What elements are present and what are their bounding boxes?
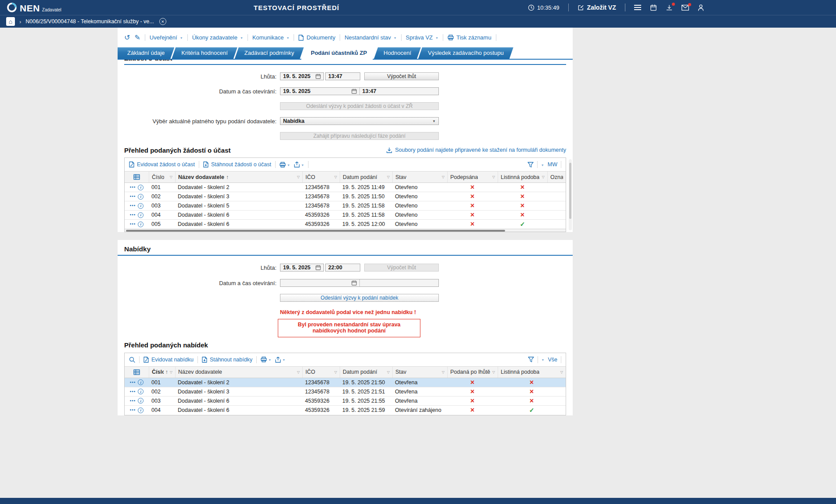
menu-tisk-zaznamu[interactable]: Tisk záznamu [448,34,492,41]
menu-komunikace[interactable]: Komunikace▼ [252,34,289,41]
info-icon[interactable]: i [138,379,144,385]
view-name[interactable]: MW [548,161,557,168]
tab-hodnoceni[interactable]: Hodnocení [374,47,421,59]
filter-caret-icon[interactable]: ▽ [442,175,445,179]
zahajit-pripravu-button[interactable]: Zahájit přípravu následující fáze podání [280,132,439,140]
zadost-row-4[interactable]: •••i 004 Dodavatel - školení 6 45359326 … [125,211,566,220]
evidovat-zadost-button[interactable]: Evidovat žádost o účast [129,161,195,168]
calendar-button[interactable] [650,4,657,11]
lhuta-time-input[interactable]: 22:00 [325,264,360,272]
col-ico[interactable]: IČO▽ [302,172,340,182]
columns-settings-button[interactable] [125,172,149,182]
col-datum-podani[interactable]: Datum podání▽ [340,172,392,182]
profile-button[interactable] [698,4,704,11]
col-nazev-dodavatele[interactable]: Název dodavatele▽ [175,367,302,378]
nabidka-row-2[interactable]: •••i 002 Dodavatel - školení 3 12345678 … [125,387,566,397]
info-icon[interactable]: i [138,407,144,413]
vypocet-lhut-button[interactable]: Výpočet lhůt [364,72,439,80]
calendar-icon[interactable] [352,89,357,94]
col-listinna-podoba[interactable]: Listinná podoba▽ [498,367,566,378]
search-button[interactable] [129,357,135,363]
col-podana-po-lhute[interactable]: Podaná po lhůtě▽ [447,367,498,378]
menu-sprava-vz[interactable]: Správa VZ▼ [406,34,438,41]
typ-podani-select[interactable]: Nabídka ▼ [280,117,439,125]
horizontal-scrollbar[interactable] [125,229,566,232]
export-table-button[interactable]: ▼ [275,357,285,363]
evidovat-nabidku-button[interactable]: Evidovat nabídku [144,357,194,363]
col-oznac[interactable]: Označ [547,172,566,182]
menu-dokumenty[interactable]: Dokumenty [298,34,335,41]
tab-zadavaci-podminky[interactable]: Zadávací podmínky [235,47,304,59]
col-cislo[interactable]: Číslo▽ [149,172,175,182]
nabidka-row-4[interactable]: •••i 004 Dodavatel - školení 6 45359326 … [125,406,566,415]
row-menu-icon[interactable]: ••• [130,194,136,199]
info-icon[interactable]: i [138,398,144,404]
row-menu-icon[interactable]: ••• [130,380,136,385]
home-button[interactable]: ⌂ [6,17,15,26]
nabidka-row-3[interactable]: •••i 003 Dodavatel - školení 6 45359326 … [125,397,566,406]
info-icon[interactable]: i [138,212,144,218]
vypocet-lhut-button[interactable]: Výpočet lhůt [364,264,439,272]
calendar-icon[interactable] [316,74,321,79]
messages-button[interactable] [682,5,689,11]
info-icon[interactable]: i [138,222,144,227]
filter-caret-icon[interactable]: ▽ [387,175,390,179]
row-menu-icon[interactable]: ••• [130,408,136,412]
zadost-row-5[interactable]: •••i 005 Dodavatel - školení 6 45359326 … [125,220,566,229]
view-name[interactable]: Vše [548,357,557,363]
breadcrumb-item[interactable]: N006/25/V00004748 - Telekomunikační služ… [25,18,154,25]
col-listinna-podoba[interactable]: Listinná podoba▽ [498,172,547,182]
info-icon[interactable]: i [138,389,144,394]
otevirani-datetime-input[interactable]: 19. 5. 2025 13:47 [280,87,439,95]
zadost-row-2[interactable]: •••i 002 Dodavatel - školení 3 12345678 … [125,192,566,201]
filter-button[interactable] [528,357,534,362]
zadost-row-3[interactable]: •••i 003 Dodavatel - školení 5 12345678 … [125,201,566,211]
row-menu-icon[interactable]: ••• [130,390,136,394]
row-menu-icon[interactable]: ••• [130,204,136,208]
row-menu-icon[interactable]: ••• [130,185,136,189]
row-menu-icon[interactable]: ••• [130,222,136,226]
history-icon[interactable]: ↺ [124,34,130,41]
nabidka-row-1[interactable]: •••i 001 Dodavatel - školení 2 12345678 … [125,378,566,387]
lhuta-date-input[interactable]: 19. 5. 2025 [280,264,324,272]
filter-caret-icon[interactable]: ▽ [542,175,545,179]
filter-caret-icon[interactable]: ▽ [387,370,390,374]
menu-uverejneni[interactable]: Uveřejnění▼ [150,34,183,41]
row-menu-icon[interactable]: ••• [130,213,136,217]
edit-icon[interactable]: ✎ [134,34,140,41]
filter-caret-icon[interactable]: ▽ [170,175,172,179]
lhuta-time-input[interactable]: 13:47 [325,72,360,80]
tab-vysledek-zadavaciho-postupu[interactable]: Výsledek zadávacího postupu [418,47,513,59]
col-datum-podani[interactable]: Datum podání▽ [340,367,392,378]
filter-caret-icon[interactable]: ▽ [297,370,300,374]
print-table-button[interactable]: ▼ [261,357,271,362]
col-stav[interactable]: Stav▽ [392,172,447,182]
col-cislo[interactable]: Číslo↑▽ [149,367,175,378]
filter-caret-icon[interactable]: ▽ [170,370,172,374]
soubory-podani-link[interactable]: Soubory podání najdete připravené ke sta… [386,147,566,153]
menu-icon[interactable] [634,5,641,10]
odeslani-vyzvy-nabidky-button[interactable]: Odeslání výzvy k podání nabídek [280,294,439,302]
tab-podani-ucastniku-zp[interactable]: Podání účastníků ZP [301,47,377,60]
lhuta-date-input[interactable]: 19. 5. 2025 [280,72,324,80]
calendar-icon[interactable] [316,265,321,270]
filter-caret-icon[interactable]: ▽ [442,370,445,374]
tab-zakladni-udaje[interactable]: Základní údaje [118,47,174,59]
filter-caret-icon[interactable]: ▽ [297,175,300,179]
info-icon[interactable]: i [138,185,144,190]
filter-caret-icon[interactable]: ▽ [334,175,337,179]
zadost-row-1[interactable]: •••i 001 Dodavatel - školení 2 12345678 … [125,183,566,192]
odeslani-vyzvy-zadost-button[interactable]: Odeslání výzvy k podání žádosti o účast … [280,102,439,110]
row-menu-icon[interactable]: ••• [130,399,136,403]
filter-caret-icon[interactable]: ▽ [492,175,495,179]
stahnout-nabidky-button[interactable]: Stáhnout nabídky [202,357,252,363]
info-icon[interactable]: i [138,203,144,209]
nen-logo[interactable]: NEN Zadavatel [6,2,61,13]
views-caret-icon[interactable]: ▼ [542,358,545,361]
tab-kriteria-hodnoceni[interactable]: Kritéria hodnocení [172,47,237,59]
filter-caret-icon[interactable]: ▽ [560,370,563,374]
zalozit-vz-button[interactable]: Založit VZ [578,4,616,11]
menu-nestandardni-stav[interactable]: Nestandardní stav▼ [344,34,396,41]
vertical-scrollbar[interactable] [569,159,572,230]
col-stav[interactable]: Stav▽ [392,367,447,378]
